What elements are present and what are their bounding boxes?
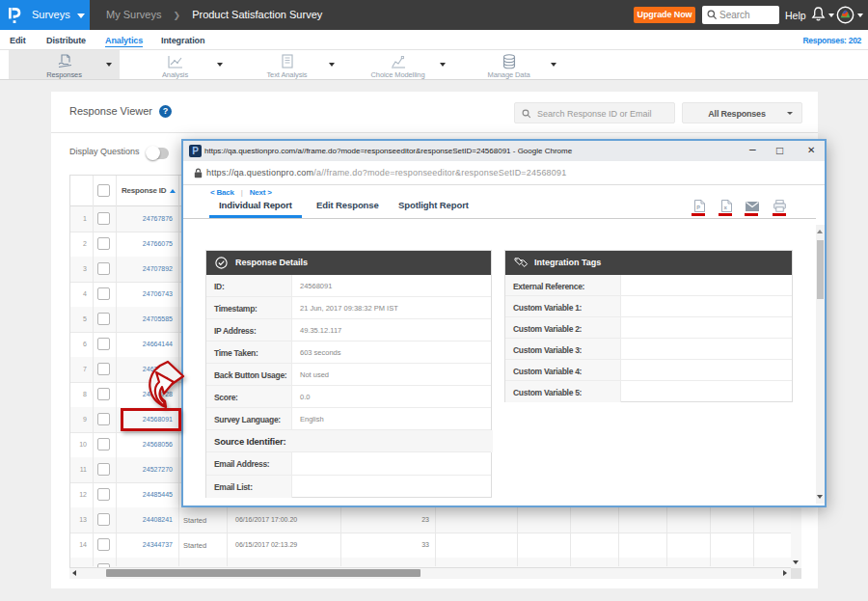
svg-text:P: P (696, 205, 700, 210)
